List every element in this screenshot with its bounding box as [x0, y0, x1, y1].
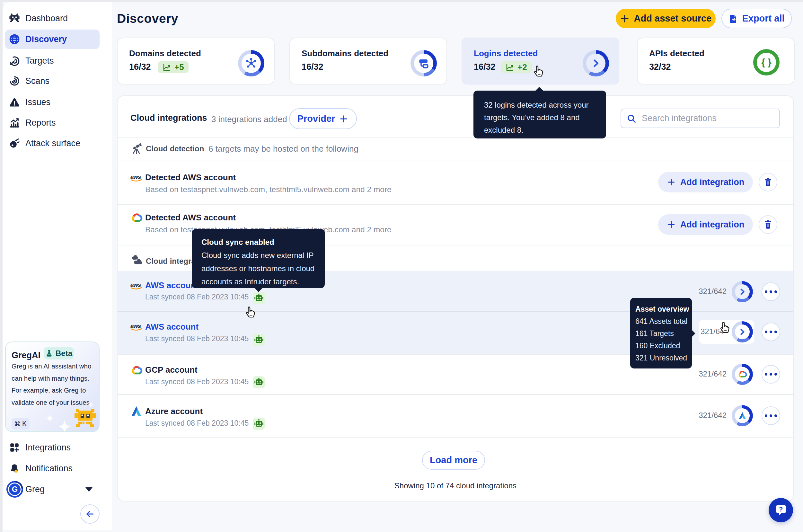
svg-text:aws: aws: [130, 323, 141, 329]
svg-text:?: ?: [779, 506, 783, 513]
svg-text:aws: aws: [130, 173, 141, 180]
svg-text:aws: aws: [130, 281, 141, 288]
